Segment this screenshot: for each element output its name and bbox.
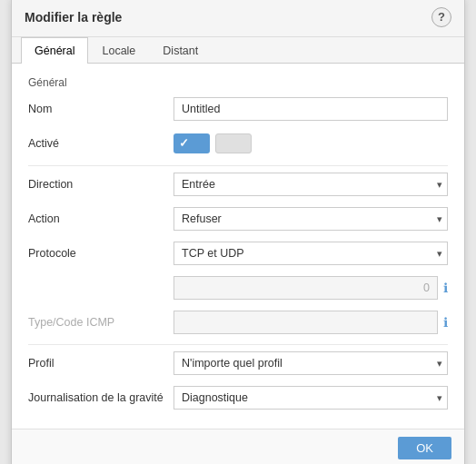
tab-bar: Général Locale Distant: [12, 37, 464, 64]
action-label: Action: [28, 212, 174, 225]
action-row: Action Refuser Autoriser ▾: [28, 206, 448, 232]
dialog-header: Modifier la règle ?: [12, 0, 464, 37]
active-row: Activé ✓: [28, 131, 448, 156]
toggle-container: ✓: [174, 133, 252, 153]
nom-input[interactable]: [174, 97, 448, 121]
journal-row: Journalisation de la gravité Diagnostiqu…: [28, 385, 448, 410]
tab-locale[interactable]: Locale: [88, 37, 149, 64]
direction-row: Direction Entrée Sortie ▾: [28, 172, 448, 197]
divider-1: [28, 165, 448, 166]
direction-label: Direction: [28, 178, 174, 191]
icmp-input[interactable]: [174, 311, 438, 334]
journal-label: Journalisation de la gravité: [28, 391, 174, 404]
divider-2: [28, 344, 448, 345]
profil-select-wrapper: N'importe quel profil Domaine Privé Publ…: [174, 351, 448, 375]
direction-control: Entrée Sortie ▾: [174, 173, 448, 196]
section-label: Général: [28, 76, 448, 89]
port-row: ℹ: [28, 275, 448, 301]
dialog-title: Modifier la règle: [25, 10, 122, 25]
profil-control: N'importe quel profil Domaine Privé Publ…: [174, 351, 448, 375]
active-control: ✓: [174, 133, 448, 153]
profil-label: Profil: [28, 357, 174, 370]
icmp-row: Type/Code ICMP ℹ: [28, 310, 448, 335]
action-control: Refuser Autoriser ▾: [174, 207, 448, 231]
journal-select-wrapper: Diagnostique Information Avertissement E…: [174, 386, 448, 410]
journal-select[interactable]: Diagnostique Information Avertissement E…: [174, 386, 448, 410]
toggle-on[interactable]: ✓: [174, 133, 210, 153]
dialog-body: Général Nom Activé ✓ Direction: [12, 64, 464, 429]
action-select[interactable]: Refuser Autoriser: [174, 207, 448, 231]
port-control: ℹ: [174, 276, 448, 300]
profil-row: Profil N'importe quel profil Domaine Pri…: [28, 350, 448, 376]
action-select-wrapper: Refuser Autoriser ▾: [174, 207, 448, 231]
port-info-icon[interactable]: ℹ: [443, 281, 448, 295]
dialog: Modifier la règle ? Général Locale Dista…: [11, 0, 465, 464]
tab-general[interactable]: Général: [21, 37, 88, 64]
checkmark-icon: ✓: [179, 136, 189, 150]
protocole-select[interactable]: TCP et UDP TCP UDP ICMP Tout: [174, 242, 448, 265]
journal-control: Diagnostique Information Avertissement E…: [174, 386, 448, 410]
nom-row: Nom: [28, 96, 448, 122]
active-label: Activé: [28, 137, 174, 150]
port-input[interactable]: [174, 276, 438, 300]
profil-select[interactable]: N'importe quel profil Domaine Privé Publ…: [174, 351, 448, 375]
direction-select-wrapper: Entrée Sortie ▾: [174, 173, 448, 196]
icmp-control: ℹ: [174, 311, 448, 334]
nom-label: Nom: [28, 103, 174, 115]
ok-button[interactable]: OK: [398, 437, 451, 459]
icmp-label: Type/Code ICMP: [28, 316, 174, 329]
protocole-row: Protocole TCP et UDP TCP UDP ICMP Tout ▾: [28, 241, 448, 266]
direction-select[interactable]: Entrée Sortie: [174, 173, 448, 196]
dialog-footer: OK: [12, 429, 464, 465]
protocole-select-wrapper: TCP et UDP TCP UDP ICMP Tout ▾: [174, 242, 448, 265]
protocole-label: Protocole: [28, 247, 174, 260]
help-button[interactable]: ?: [431, 7, 451, 27]
nom-control: [174, 97, 448, 121]
tab-distant[interactable]: Distant: [149, 37, 212, 64]
icmp-info-icon[interactable]: ℹ: [443, 315, 448, 330]
protocole-control: TCP et UDP TCP UDP ICMP Tout ▾: [174, 242, 448, 265]
toggle-off[interactable]: [215, 133, 252, 153]
